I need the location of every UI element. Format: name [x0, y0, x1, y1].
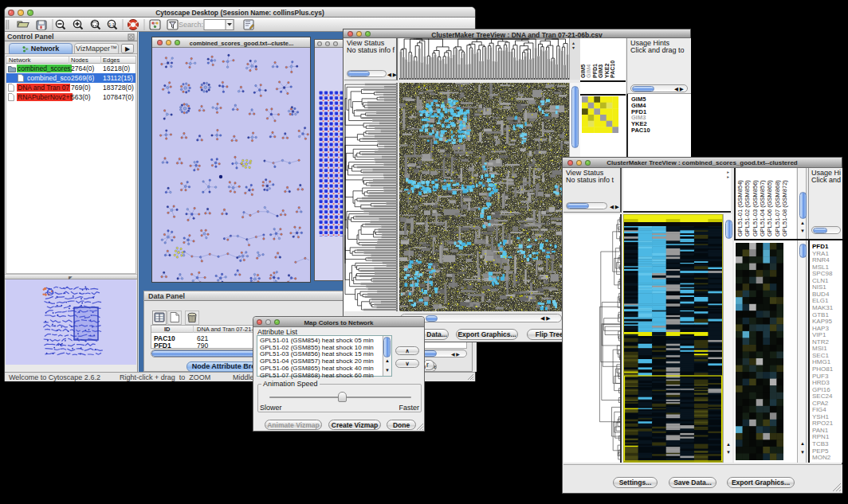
svg-text:GPL51-08 (GSM872): GPL51-08 (GSM872) [781, 180, 788, 236]
svg-text:GPL51-02 (GSM855): GPL51-02 (GSM855) [744, 180, 751, 236]
svg-text:GPL51-03 (GSM856): GPL51-03 (GSM856) [752, 180, 759, 236]
svg-text:1:1: 1:1 [108, 22, 115, 27]
svg-text:GIM4: GIM4 [586, 64, 591, 78]
svg-text:Search:: Search: [179, 21, 203, 29]
svg-text:GPL51-06 (GSM865): GPL51-06 (GSM865) [766, 180, 773, 236]
svg-text:GPL51-07 (GSM868): GPL51-07 (GSM868) [774, 180, 781, 236]
svg-text:GIM5: GIM5 [580, 64, 586, 78]
svg-text:PAC10: PAC10 [610, 61, 615, 78]
svg-text:GIM3: GIM3 [598, 64, 603, 78]
svg-text:PFD1: PFD1 [592, 64, 598, 78]
svg-text:GPL51-01 (GSM854): GPL51-01 (GSM854) [736, 180, 744, 236]
svg-text:YKE2: YKE2 [604, 64, 610, 78]
svg-text:GPL51-04 (GSM857): GPL51-04 (GSM857) [759, 180, 766, 236]
